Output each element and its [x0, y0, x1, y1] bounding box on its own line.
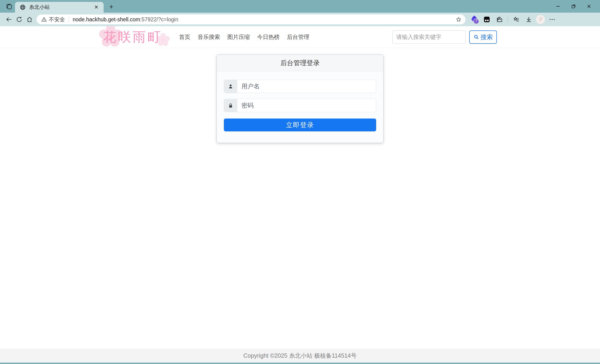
- user-icon: [224, 80, 237, 93]
- refresh-button[interactable]: [14, 14, 24, 25]
- url-text[interactable]: node.hackhub.get-shell.com:57922/?c=logi…: [73, 16, 454, 23]
- globe-icon: [20, 4, 26, 10]
- url-path: :57922/?c=login: [140, 16, 178, 22]
- lock-icon: [224, 99, 237, 112]
- login-card-title: 后台管理登录: [217, 55, 383, 71]
- url-divider: [69, 17, 69, 22]
- search-icon: [473, 34, 479, 40]
- address-bar[interactable]: 不安全 node.hackhub.get-shell.com:57922/?c=…: [37, 15, 466, 24]
- extension-badge: 7: [473, 18, 479, 24]
- site-logo[interactable]: 花咲雨町: [103, 30, 162, 44]
- copyright-text: Copyright ©2025 糸北小站 极核备114514号: [243, 352, 356, 360]
- window-controls: [550, 0, 597, 13]
- password-input[interactable]: [237, 99, 376, 112]
- extension-dark-icon[interactable]: [481, 14, 492, 25]
- site-footer: Copyright ©2025 糸北小站 极核备114514号: [0, 348, 600, 363]
- profile-avatar[interactable]: [536, 15, 545, 24]
- extension-hackbar-icon[interactable]: 7: [469, 14, 479, 25]
- nav-item-hot-list[interactable]: 今日热榜: [257, 33, 280, 41]
- back-button[interactable]: [4, 14, 14, 25]
- url-domain: node.hackhub.get-shell.com: [73, 16, 140, 22]
- password-group: [224, 99, 376, 112]
- favorite-star-icon[interactable]: [454, 15, 463, 24]
- tab-actions-icon[interactable]: [5, 3, 13, 10]
- extensions-puzzle-icon[interactable]: [494, 14, 505, 25]
- tab-title: 糸北小站: [29, 4, 93, 11]
- tab-close-icon[interactable]: ✕: [93, 4, 100, 11]
- home-button[interactable]: [24, 14, 35, 25]
- username-group: [224, 80, 376, 93]
- search-button-label: 搜索: [481, 33, 493, 41]
- nav-item-image-compress[interactable]: 图片压缩: [227, 33, 250, 41]
- search-button[interactable]: 搜索: [469, 30, 497, 44]
- security-label: 不安全: [49, 16, 65, 23]
- site-nav: 首页 音乐搜索 图片压缩 今日热榜 后台管理: [179, 33, 309, 41]
- minimize-button[interactable]: [550, 0, 566, 13]
- warning-icon: [41, 17, 47, 22]
- new-tab-button[interactable]: +: [107, 3, 115, 11]
- nav-item-home[interactable]: 首页: [179, 33, 190, 41]
- settings-more-icon[interactable]: [547, 14, 558, 25]
- site-header: 花咲雨町 首页 音乐搜索 图片压缩 今日热榜 后台管理 搜索: [0, 26, 600, 48]
- login-submit-button[interactable]: 立即登录: [224, 118, 376, 131]
- browser-window: 糸北小站 ✕ +: [0, 0, 600, 364]
- logo-text: 花咲雨町: [103, 30, 162, 44]
- web-page: 花咲雨町 首页 音乐搜索 图片压缩 今日热榜 后台管理 搜索: [0, 26, 600, 363]
- login-card: 后台管理登录: [216, 55, 384, 143]
- nav-item-music-search[interactable]: 音乐搜索: [197, 33, 220, 41]
- restore-button[interactable]: [566, 0, 581, 13]
- downloads-icon[interactable]: [523, 14, 534, 25]
- close-window-button[interactable]: [581, 0, 597, 13]
- titlebar: 糸北小站 ✕ +: [0, 0, 600, 13]
- search-input[interactable]: [392, 30, 466, 44]
- nav-item-admin[interactable]: 后台管理: [287, 33, 309, 41]
- browser-toolbar: 不安全 node.hackhub.get-shell.com:57922/?c=…: [0, 13, 600, 26]
- extensions-area: 7: [469, 14, 558, 25]
- toolbar-divider: [508, 16, 508, 23]
- security-warning[interactable]: 不安全: [41, 16, 65, 23]
- browser-tab[interactable]: 糸北小站 ✕: [15, 2, 103, 13]
- username-input[interactable]: [237, 80, 376, 93]
- collections-icon[interactable]: [511, 14, 522, 25]
